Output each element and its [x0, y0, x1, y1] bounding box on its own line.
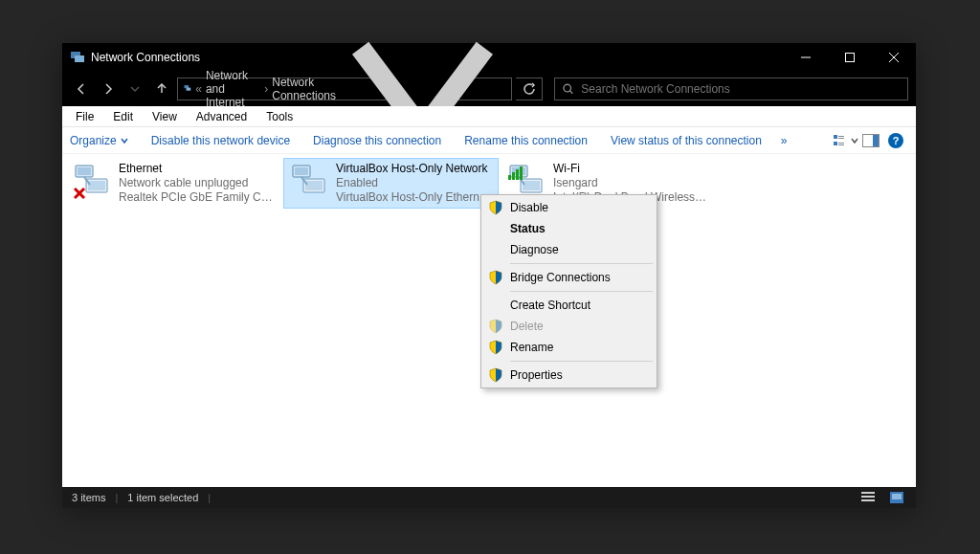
- ctx-diagnose[interactable]: Diagnose: [483, 239, 655, 260]
- breadcrumb-icon: [184, 81, 191, 97]
- ctx-delete: Delete: [483, 316, 655, 337]
- context-menu: Disable Status Diagnose Bridge Connectio…: [480, 194, 657, 388]
- command-bar: Organize Disable this network device Dia…: [62, 127, 916, 154]
- window: Network Connections « Netw: [62, 43, 916, 508]
- svg-rect-18: [834, 142, 837, 145]
- app-icon: [70, 50, 85, 65]
- ctx-bridge[interactable]: Bridge Connections: [483, 267, 655, 288]
- forward-button[interactable]: [97, 78, 120, 100]
- cmd-view-status[interactable]: View status of this connection: [599, 134, 773, 147]
- svg-rect-12: [187, 87, 191, 90]
- adapter-status: Network cable unplugged: [119, 176, 275, 190]
- ctx-rename[interactable]: Rename: [483, 337, 655, 358]
- shield-icon: [488, 200, 503, 215]
- cmd-preview-pane[interactable]: [858, 130, 883, 151]
- chevron-down-icon: [851, 137, 858, 144]
- search-icon: [563, 83, 573, 95]
- svg-rect-29: [861, 492, 875, 494]
- shield-icon: [488, 319, 503, 334]
- status-item-count: 3 items: [72, 492, 105, 503]
- ctx-create-shortcut[interactable]: Create Shortcut: [483, 295, 655, 316]
- cmd-disable-device[interactable]: Disable this network device: [140, 134, 301, 147]
- separator: [510, 361, 653, 362]
- svg-line-14: [570, 91, 573, 94]
- cmd-diagnose[interactable]: Diagnose this connection: [301, 134, 453, 147]
- adapter-virtualbox[interactable]: VirtualBox Host-Only Network Enabled Vir…: [283, 158, 499, 209]
- menu-file[interactable]: File: [68, 108, 101, 125]
- svg-rect-30: [861, 496, 875, 498]
- error-overlay-icon: [73, 187, 86, 200]
- status-separator: |: [208, 492, 211, 503]
- content-area[interactable]: Ethernet Network cable unplugged Realtek…: [62, 154, 916, 487]
- breadcrumb[interactable]: « Network and Internet › Network Connect…: [177, 78, 512, 100]
- cmd-organize[interactable]: Organize: [70, 134, 140, 147]
- svg-point-13: [564, 84, 571, 92]
- separator: [510, 263, 653, 264]
- cmd-overflow[interactable]: »: [773, 134, 795, 147]
- view-large-icons-button[interactable]: [887, 490, 906, 505]
- adapter-device: VirtualBox Host-Only Ethernet Ad...: [336, 190, 492, 205]
- window-title: Network Connections: [91, 51, 200, 64]
- svg-rect-15: [834, 135, 837, 139]
- up-button[interactable]: [150, 78, 173, 100]
- status-selected-count: 1 item selected: [127, 492, 198, 503]
- refresh-button[interactable]: [516, 78, 543, 100]
- maximize-button[interactable]: [828, 43, 872, 72]
- wifi-signal-icon: [507, 164, 524, 181]
- cmd-rename[interactable]: Rename this connection: [453, 134, 599, 147]
- breadcrumb-segment-2[interactable]: Network Connections: [272, 76, 336, 102]
- ctx-disable[interactable]: Disable: [483, 197, 655, 218]
- menu-edit[interactable]: Edit: [105, 108, 141, 125]
- menu-bar: File Edit View Advanced Tools: [62, 106, 916, 127]
- adapter-name: Ethernet: [119, 162, 275, 176]
- adapter-name: VirtualBox Host-Only Network: [336, 162, 492, 176]
- svg-rect-31: [861, 499, 875, 501]
- svg-rect-6: [75, 55, 84, 62]
- svg-rect-20: [838, 144, 844, 145]
- breadcrumb-segment-1[interactable]: Network and Internet: [206, 69, 260, 109]
- svg-rect-25: [508, 175, 511, 180]
- svg-rect-17: [838, 138, 844, 139]
- separator: [510, 291, 653, 292]
- adapter-status: Isengard: [553, 176, 709, 190]
- status-bar: 3 items | 1 item selected |: [62, 487, 916, 508]
- menu-tools[interactable]: Tools: [258, 108, 301, 125]
- svg-rect-22: [873, 135, 879, 146]
- recent-dropdown-button[interactable]: [123, 78, 146, 100]
- svg-rect-19: [838, 143, 844, 144]
- shield-icon: [488, 340, 503, 355]
- shield-icon: [488, 367, 503, 383]
- minimize-button[interactable]: [784, 43, 828, 72]
- svg-rect-8: [846, 54, 855, 62]
- adapter-device: Realtek PCIe GbE Family Controller: [119, 190, 275, 205]
- cmd-change-view[interactable]: [834, 130, 858, 151]
- breadcrumb-prefix: «: [195, 82, 202, 96]
- adapter-ethernet[interactable]: Ethernet Network cable unplugged Realtek…: [66, 158, 281, 209]
- cmd-help[interactable]: ?: [883, 130, 908, 151]
- chevron-down-icon: [121, 137, 128, 144]
- search-box[interactable]: [554, 78, 908, 100]
- chevron-right-icon: ›: [264, 82, 268, 96]
- adapter-name: Wi-Fi: [553, 162, 709, 176]
- adapter-status: Enabled: [336, 176, 492, 190]
- back-button[interactable]: [70, 78, 93, 100]
- svg-rect-16: [838, 136, 844, 137]
- address-bar: « Network and Internet › Network Connect…: [62, 72, 916, 106]
- svg-rect-33: [892, 494, 902, 499]
- menu-advanced[interactable]: Advanced: [189, 108, 255, 125]
- ctx-status[interactable]: Status: [483, 218, 655, 239]
- help-icon: ?: [888, 133, 903, 148]
- close-button[interactable]: [872, 43, 916, 72]
- ethernet-icon: [73, 162, 111, 200]
- shield-icon: [488, 270, 503, 285]
- svg-rect-26: [512, 172, 515, 180]
- svg-rect-27: [516, 169, 519, 180]
- status-separator: |: [115, 492, 118, 503]
- ctx-properties[interactable]: Properties: [483, 365, 655, 386]
- search-input[interactable]: [581, 82, 900, 96]
- svg-rect-28: [520, 166, 523, 180]
- menu-view[interactable]: View: [145, 108, 185, 125]
- ethernet-icon: [290, 162, 328, 200]
- view-details-button[interactable]: [858, 490, 878, 505]
